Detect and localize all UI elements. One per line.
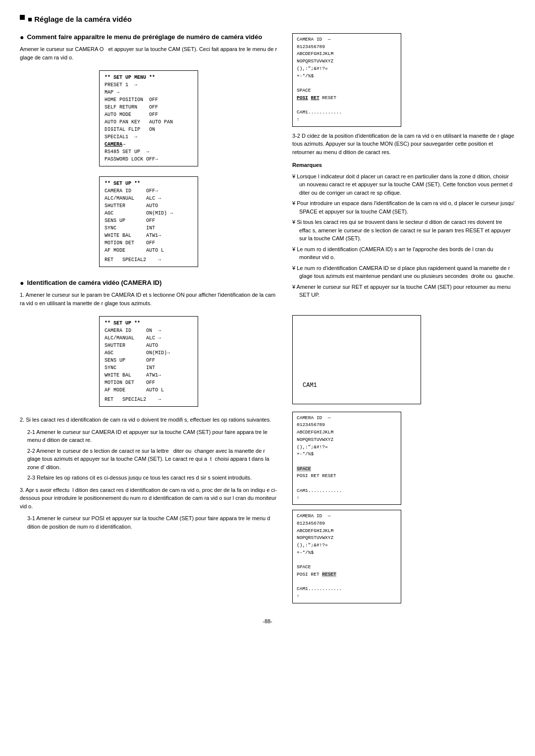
menu2-header: ** SET UP ** xyxy=(105,180,193,187)
menu3-shutter: SHUTTER AUTO xyxy=(105,342,193,349)
list-item-2: 2. Si les caract res d identification de… xyxy=(20,416,277,482)
cam1-display-box: CAM1 xyxy=(292,315,421,404)
cid2-digits: 0123456789 xyxy=(297,422,397,429)
menu3-whitebal: WHITE BAL ATW1→ xyxy=(105,372,193,379)
cid3-special2: +-*/%$ xyxy=(297,549,397,557)
remark-2: Pour introduire un espace dans l'identif… xyxy=(292,199,515,216)
remark-4: Le num ro d identification (CAMERA ID) s… xyxy=(292,245,515,262)
cid1-controls: POSI RET RESET xyxy=(297,95,397,102)
menu1-password: PASSWORD LOCK OFF→ xyxy=(105,156,193,163)
menu3-sync: SYNC INT xyxy=(105,364,193,372)
main-title-row: ■ Réglage de la caméra vidéo xyxy=(20,15,515,28)
sub-item-2-1: 2-1 Amener le curseur sur CAMERA ID et a… xyxy=(27,428,277,444)
menu3-afmode: AF MODE AUTO L xyxy=(105,386,193,394)
cam1-display-label: CAM1 xyxy=(303,382,317,389)
cid1-alpha1: ABCDEFGHIJKLM xyxy=(297,51,397,58)
setup-menu1-container: ** SET UP MENU ** PRESET 1 → MAP → HOME … xyxy=(20,65,277,171)
cid1-arrow: ↑ xyxy=(297,116,397,124)
menu2-shutter: SHUTTER AUTO xyxy=(105,202,193,210)
sub-item-2-2: 2-2 Amener le curseur de s lection de ca… xyxy=(27,447,277,472)
list-item-3: 3. Apr s avoir effectu l dition des cara… xyxy=(20,486,277,531)
cid3-special1: (),:";&#!?= xyxy=(297,542,397,549)
remark-5: Le num ro d'identification CAMERA ID se … xyxy=(292,264,515,280)
left-column: Comment faire apparaître le menu de prér… xyxy=(20,33,277,608)
menu1-autopankey: AUTO PAN KEY AUTO PAN xyxy=(105,118,193,126)
remarks-title: Remarques xyxy=(292,161,515,169)
cid1-cam: CAM1............ xyxy=(297,109,397,116)
section2-title: Identification de caméra vidéo (CAMERA I… xyxy=(20,279,277,287)
menu2-agc: AGC ON(MID) → xyxy=(105,210,193,217)
section1-paragraph: Amener le curseur sur CAMERA O et appuye… xyxy=(20,45,277,61)
menu3-sensup: SENS UP OFF xyxy=(105,357,193,364)
cid2-line1: CAMERA ID — xyxy=(297,415,397,422)
menu2-sensup: SENS UP OFF xyxy=(105,217,193,224)
cid3-space: SPACE xyxy=(297,564,397,571)
cid2-special1: (),:";&#!?= xyxy=(297,444,397,451)
setup-menu3-box: ** SET UP ** CAMERA ID ON → ALC/MANUAL A… xyxy=(99,316,198,407)
menu1-header: ** SET UP MENU ** xyxy=(105,74,193,81)
setup-menu2-container: ** SET UP ** CAMERA ID OFF→ ALC/MANUAL A… xyxy=(20,171,277,272)
cid3-line1: CAMERA ID — xyxy=(297,513,397,520)
menu1-preset: PRESET 1 → xyxy=(105,81,193,89)
menu3-header: ** SET UP ** xyxy=(105,320,193,327)
menu2-cameraid: CAMERA ID OFF→ xyxy=(105,187,193,195)
menu2-motiondet: MOTION DET OFF xyxy=(105,239,193,247)
right-column: CAMERA ID — 0123456789 ABCDEFGHIJKLM NOP… xyxy=(292,33,515,608)
main-title: ■ Réglage de la caméra vidéo xyxy=(28,15,132,23)
remarks-list: Lorsque l indicateur doit d placer un ca… xyxy=(292,172,515,299)
cid1-digits: 0123456789 xyxy=(297,44,397,51)
right-panels: CAMERA ID — 0123456789 ABCDEFGHIJKLM NOP… xyxy=(292,33,515,608)
menu2-footer: RET SPECIAL2 → xyxy=(105,256,193,264)
cid3-arrow: ↑ xyxy=(297,593,397,600)
sub-list-2: 2-1 Amener le curseur sur CAMERA ID et a… xyxy=(20,428,277,482)
menu1-special1: SPECIAL1 → xyxy=(105,133,193,141)
menu1-homepos: HOME POSITION OFF xyxy=(105,96,193,104)
menu2-sync: SYNC INT xyxy=(105,224,193,232)
camera-id-panel-3: CAMERA ID — 0123456789 ABCDEFGHIJKLM NOP… xyxy=(292,510,401,603)
camera-id-panel-2: CAMERA ID — 0123456789 ABCDEFGHIJKLM NOP… xyxy=(292,412,401,505)
cid2-special2: +-*/%$ xyxy=(297,451,397,458)
black-square-icon xyxy=(20,15,25,20)
setup-menu2-box: ** SET UP ** CAMERA ID OFF→ ALC/MANUAL A… xyxy=(99,176,198,267)
menu1-rs485: RS485 SET UP → xyxy=(105,148,193,156)
item1-text: 1. Amener le curseur sur le param tre CA… xyxy=(20,291,277,307)
menu3-cameraid: CAMERA ID ON → xyxy=(105,327,193,334)
sub-list-3: 3-1 Amener le curseur sur POSI et appuye… xyxy=(20,514,277,531)
cid1-line1: CAMERA ID — xyxy=(297,36,397,44)
cid1-special1: (),:";&#!?= xyxy=(297,65,397,73)
menu1-selfreturn: SELF RETURN OFF xyxy=(105,104,193,111)
cid3-cam: CAM1............ xyxy=(297,586,397,593)
menu3-motiondet: MOTION DET OFF xyxy=(105,379,193,386)
cid3-alpha2: NOPQRSTUVWXYZ xyxy=(297,535,397,542)
cid1-space: SPACE xyxy=(297,87,397,95)
cid2-controls: POSI RET RESET xyxy=(297,473,397,480)
item3-text: 3. Apr s avoir effectu l dition des cara… xyxy=(20,486,277,511)
menu3-alc: ALC/MANUAL ALC → xyxy=(105,334,193,342)
menu2-whitebal: WHITE BAL ATW1→ xyxy=(105,232,193,239)
cid3-digits: 0123456789 xyxy=(297,520,397,528)
menu2-alc: ALC/MANUAL ALC → xyxy=(105,195,193,202)
list-item-1: 1. Amener le curseur sur le param tre CA… xyxy=(20,291,277,412)
cid3-controls: POSI RET RESET xyxy=(297,571,397,579)
sub-item-2-3: 2-3 Refaire les op rations cit es ci-des… xyxy=(27,474,277,482)
menu1-digitalflip: DIGITAL FLIP ON xyxy=(105,126,193,133)
cid2-cam: CAM1............ xyxy=(297,487,397,495)
cid1-special2: +-*/%$ xyxy=(297,73,397,80)
cid2-alpha1: ABCDEFGHIJKLM xyxy=(297,429,397,436)
numbered-list: 1. Amener le curseur sur le param tre CA… xyxy=(20,291,277,531)
remark-6: Amener le curseur sur RET et appuyer sur… xyxy=(292,283,515,299)
sub-item-3-1: 3-1 Amener le curseur sur POSI et appuye… xyxy=(27,514,277,531)
menu1-map: MAP → xyxy=(105,89,193,96)
remark-1: Lorsque l indicateur doit d placer un ca… xyxy=(292,172,515,197)
page-layout: Comment faire apparaître le menu de prér… xyxy=(20,33,515,608)
remarks-section: Remarques Lorsque l indicateur doit d pl… xyxy=(292,161,515,302)
menu1-camera: CAMERA→ xyxy=(105,141,193,148)
setup-menu3-container: ** SET UP ** CAMERA ID ON → ALC/MANUAL A… xyxy=(20,311,277,412)
menu3-agc: AGC ON(MID)→ xyxy=(105,349,193,357)
menu1-automode: AUTO MODE OFF xyxy=(105,111,193,118)
cid2-space: SPACE xyxy=(297,466,397,473)
item2-text: 2. Si les caract res d identification de… xyxy=(20,416,277,424)
setup-menu1-box: ** SET UP MENU ** PRESET 1 → MAP → HOME … xyxy=(99,70,198,166)
item3-2-text: 3-2 D cidez de la position d'identificat… xyxy=(292,132,515,157)
remark-3: Si tous les caract res qui se trouvent d… xyxy=(292,218,515,243)
